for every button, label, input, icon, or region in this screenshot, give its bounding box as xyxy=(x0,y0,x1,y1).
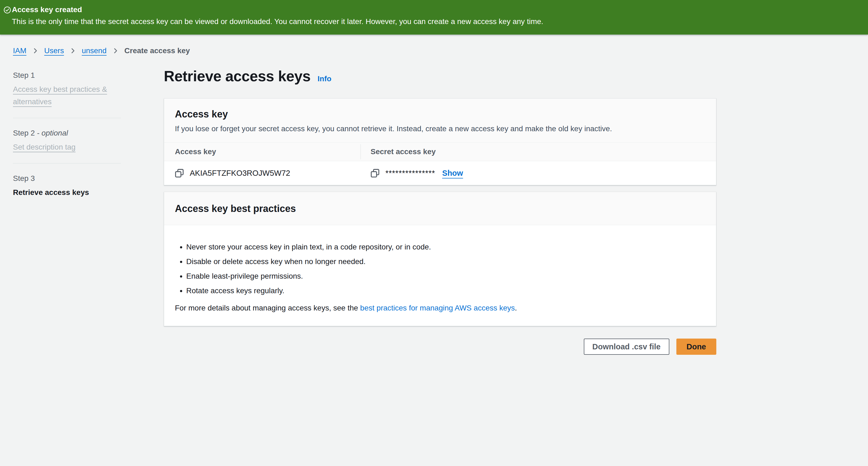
breadcrumb-link-user[interactable]: unsend xyxy=(82,46,106,55)
secret-access-key-masked: *************** xyxy=(385,169,435,178)
best-practice-item: Enable least-privilege permissions. xyxy=(186,271,705,281)
breadcrumb-link-iam[interactable]: IAM xyxy=(13,46,26,55)
step-3-current: Retrieve access keys xyxy=(13,188,89,196)
best-practices-card: Access key best practices Never store yo… xyxy=(164,192,716,326)
wizard-actions: Download .csv file Done xyxy=(164,339,716,355)
best-practices-footer: For more details about managing access k… xyxy=(175,303,705,313)
breadcrumb: IAM Users unsend Create access key xyxy=(0,35,868,55)
key-table-row: AKIA5FTZFKO3ROJW5W72 *************** Sho… xyxy=(164,161,716,185)
flashbar-message: This is the only time that the secret ac… xyxy=(12,17,856,26)
access-key-card-description: If you lose or forget your secret access… xyxy=(175,124,705,134)
best-practices-doc-link[interactable]: best practices for managing AWS access k… xyxy=(360,304,515,312)
step-divider xyxy=(13,163,121,164)
page-title: Retrieve access keys xyxy=(164,67,311,85)
access-key-card: Access key If you lose or forget your se… xyxy=(164,98,716,185)
footer-text-suffix: . xyxy=(515,304,517,312)
step-1-label: Step 1 xyxy=(13,71,35,80)
breadcrumb-current: Create access key xyxy=(124,46,190,55)
best-practices-title: Access key best practices xyxy=(175,203,705,215)
best-practice-item: Never store your access key in plain tex… xyxy=(186,242,705,252)
done-button[interactable]: Done xyxy=(676,339,717,355)
wizard-step-3: Step 3 Retrieve access keys xyxy=(13,174,121,199)
step-3-label: Step 3 xyxy=(13,174,35,183)
chevron-right-icon xyxy=(70,48,76,54)
best-practices-list: Never store your access key in plain tex… xyxy=(175,242,705,296)
wizard-steps-nav: Step 1 Access key best practices & alter… xyxy=(13,67,121,355)
step-2-label: Step 2 xyxy=(13,129,37,137)
best-practice-item: Rotate access keys regularly. xyxy=(186,286,705,296)
step-1-link[interactable]: Access key best practices & alternatives xyxy=(13,85,107,106)
footer-text: For more details about managing access k… xyxy=(175,304,360,312)
access-key-value: AKIA5FTZFKO3ROJW5W72 xyxy=(190,169,290,178)
download-csv-button[interactable]: Download .csv file xyxy=(584,339,669,355)
flashbar-title: Access key created xyxy=(12,5,856,14)
check-circle-icon xyxy=(3,6,11,14)
access-key-card-header: Access key If you lose or forget your se… xyxy=(164,98,716,143)
step-2-optional-tag: - optional xyxy=(37,129,68,137)
main-panel: Retrieve access keys Info Access key If … xyxy=(164,67,716,355)
copy-icon[interactable] xyxy=(175,169,184,178)
access-key-card-title: Access key xyxy=(175,108,705,120)
page-header: Retrieve access keys Info xyxy=(164,67,716,85)
breadcrumb-link-users[interactable]: Users xyxy=(44,46,64,55)
column-header-secret-access-key: Secret access key xyxy=(371,147,436,156)
column-header-access-key: Access key xyxy=(175,147,216,156)
chevron-right-icon xyxy=(32,48,38,54)
wizard-step-2: Step 2 - optional Set description tag xyxy=(13,128,121,153)
info-link[interactable]: Info xyxy=(318,74,332,83)
step-divider xyxy=(13,118,121,118)
wizard-step-1: Step 1 Access key best practices & alter… xyxy=(13,71,121,108)
step-2-link[interactable]: Set description tag xyxy=(13,143,75,151)
page-content: Step 1 Access key best practices & alter… xyxy=(0,55,868,355)
key-table-header-row: Access key Secret access key xyxy=(164,143,716,161)
best-practices-header: Access key best practices xyxy=(164,192,716,225)
chevron-right-icon xyxy=(113,48,119,54)
show-secret-link[interactable]: Show xyxy=(442,169,463,178)
copy-icon[interactable] xyxy=(371,169,379,178)
best-practice-item: Disable or delete access key when no lon… xyxy=(186,256,705,267)
success-flashbar: Access key created This is the only time… xyxy=(0,0,868,35)
best-practices-body: Never store your access key in plain tex… xyxy=(164,225,716,326)
